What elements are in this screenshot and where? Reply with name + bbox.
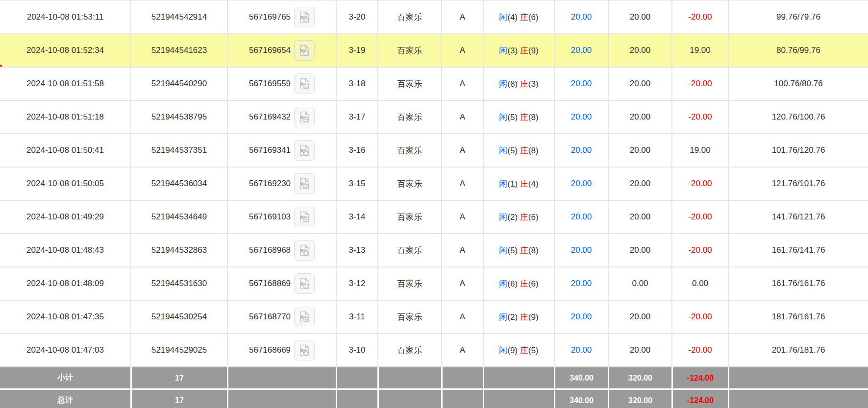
valid-amount-cell: 0.00: [608, 267, 671, 301]
table-row[interactable]: 2024-10-08 01:50:05 521944536034 5671692…: [0, 168, 868, 201]
total-label: 总计: [0, 390, 130, 408]
subtotal-empty-cell: [728, 367, 868, 390]
balance-cell: 100.76/80.76: [728, 68, 868, 101]
banker-result-value: (6): [528, 13, 539, 22]
bet-time-cell: 2024-10-08 01:50:05: [0, 168, 130, 201]
video-replay-button[interactable]: [294, 107, 315, 127]
total-empty-cell: [227, 390, 336, 408]
banker-result-value: (9): [528, 46, 539, 55]
balance-cell: 161.76/161.76: [728, 267, 868, 301]
win-loss-cell: 19.00: [671, 34, 728, 68]
round-id-text: 567169103: [249, 212, 291, 222]
table-row[interactable]: 2024-10-08 01:48:43 521944532863 5671689…: [0, 234, 868, 267]
banker-result-label: 庄: [520, 79, 528, 89]
table-row[interactable]: 2024-10-08 01:52:34 521944541623 5671696…: [0, 34, 868, 68]
table-row[interactable]: 2024-10-08 01:50:41 521944537351 5671693…: [0, 134, 868, 168]
banker-result-label: 庄: [520, 179, 528, 189]
video-replay-button[interactable]: [294, 273, 315, 294]
player-result-value: (5): [507, 146, 518, 155]
player-result-label: 闲: [499, 312, 507, 322]
video-replay-button[interactable]: [294, 7, 315, 27]
player-result-value: (5): [507, 246, 518, 255]
video-file-icon: [298, 144, 311, 157]
video-replay-button[interactable]: [294, 73, 315, 94]
bet-id-cell: 521944537351: [130, 134, 227, 168]
valid-amount-cell: 20.00: [608, 334, 671, 367]
win-loss-cell: -20.00: [671, 101, 728, 134]
game-type-cell: 百家乐: [377, 0, 441, 34]
video-replay-button[interactable]: [294, 207, 315, 227]
subtotal-empty-cell: [336, 367, 377, 390]
balance-cell: 80.76/99.76: [728, 34, 868, 68]
bet-time-cell: 2024-10-08 01:50:41: [0, 134, 130, 168]
balance-cell: 99.76/79.76: [728, 0, 868, 34]
table-row[interactable]: 2024-10-08 01:47:03 521944529025 5671686…: [0, 334, 868, 367]
round-id-text: 567168968: [249, 245, 291, 255]
balance-cell: 120.76/100.76: [728, 101, 868, 134]
valid-amount-cell: 20.00: [608, 134, 671, 168]
player-result-label: 闲: [499, 246, 507, 255]
banker-result-value: (6): [528, 213, 539, 222]
win-loss-cell: -20.00: [671, 234, 728, 267]
subtotal-row: 小计 17 340.00 320.00 -124.00: [0, 367, 868, 390]
game-result-cell: 闲(3) 庄(9): [483, 34, 554, 68]
bet-history-table: 2024-10-08 01:53:11 521944542914 5671697…: [0, 0, 868, 408]
game-result-cell: 闲(2) 庄(6): [483, 201, 554, 234]
banker-result-label: 庄: [520, 246, 528, 255]
valid-amount-cell: 20.00: [608, 0, 671, 34]
game-type-cell: 百家乐: [377, 68, 441, 101]
player-result-value: (2): [507, 213, 518, 222]
total-winloss-total: -124.00: [671, 390, 728, 408]
video-replay-button[interactable]: [294, 240, 315, 261]
video-replay-button[interactable]: [294, 173, 315, 194]
table-row[interactable]: 2024-10-08 01:49:29 521944534649 5671691…: [0, 201, 868, 234]
round-id-text: 567169559: [249, 79, 291, 89]
bet-id-cell: 521944531630: [130, 267, 227, 301]
total-empty-cell: [483, 390, 554, 408]
total-count: 17: [130, 390, 227, 408]
game-result-cell: 闲(6) 庄(6): [483, 267, 554, 301]
table-letter-cell: A: [441, 234, 483, 267]
round-id-text: 567168669: [249, 345, 291, 355]
banker-result-label: 庄: [520, 312, 528, 322]
table-row[interactable]: 2024-10-08 01:47:35 521944530254 5671687…: [0, 301, 868, 334]
round-id-cell: 567169103: [227, 201, 336, 234]
table-row[interactable]: 2024-10-08 01:51:18 521944538795 5671694…: [0, 101, 868, 134]
game-result-cell: 闲(1) 庄(4): [483, 168, 554, 201]
bet-time-cell: 2024-10-08 01:47:03: [0, 334, 130, 367]
table-letter-cell: A: [441, 134, 483, 168]
banker-result-label: 庄: [520, 213, 528, 222]
video-replay-button[interactable]: [294, 40, 315, 61]
table-round-cell: 3-18: [336, 68, 377, 101]
bet-id-cell: 521944534649: [130, 201, 227, 234]
round-id-cell: 567168968: [227, 234, 336, 267]
records-tbody: 2024-10-08 01:53:11 521944542914 5671697…: [0, 0, 868, 367]
video-file-icon: [298, 77, 311, 91]
bet-amount-cell: 20.00: [554, 34, 608, 68]
bet-amount-cell: 20.00: [554, 267, 608, 301]
video-replay-button[interactable]: [294, 307, 315, 327]
banker-result-label: 庄: [520, 46, 528, 55]
round-id-text: 567169765: [249, 12, 291, 22]
round-id-text: 567168869: [249, 279, 291, 288]
bet-id-cell: 521944536034: [130, 168, 227, 201]
table-row[interactable]: 2024-10-08 01:48:09 521944531630 5671688…: [0, 267, 868, 301]
banker-result-value: (5): [528, 346, 539, 355]
video-replay-button[interactable]: [294, 140, 315, 161]
player-result-value: (4): [507, 13, 518, 22]
round-id-cell: 567169432: [227, 101, 336, 134]
table-row[interactable]: 2024-10-08 01:53:11 521944542914 5671697…: [0, 0, 868, 34]
video-file-icon: [298, 177, 311, 191]
banker-result-value: (8): [528, 113, 539, 122]
round-id-text: 567168770: [249, 312, 291, 322]
round-id-text: 567169230: [249, 179, 291, 189]
bet-amount-cell: 20.00: [554, 68, 608, 101]
table-row[interactable]: 2024-10-08 01:51:58 521944540290 5671695…: [0, 68, 868, 101]
table-round-cell: 3-15: [336, 168, 377, 201]
game-type-cell: 百家乐: [377, 134, 441, 168]
video-file-icon: [298, 44, 311, 57]
win-loss-cell: -20.00: [671, 68, 728, 101]
game-type-cell: 百家乐: [377, 334, 441, 367]
bet-amount-cell: 20.00: [554, 334, 608, 367]
video-replay-button[interactable]: [294, 340, 315, 360]
